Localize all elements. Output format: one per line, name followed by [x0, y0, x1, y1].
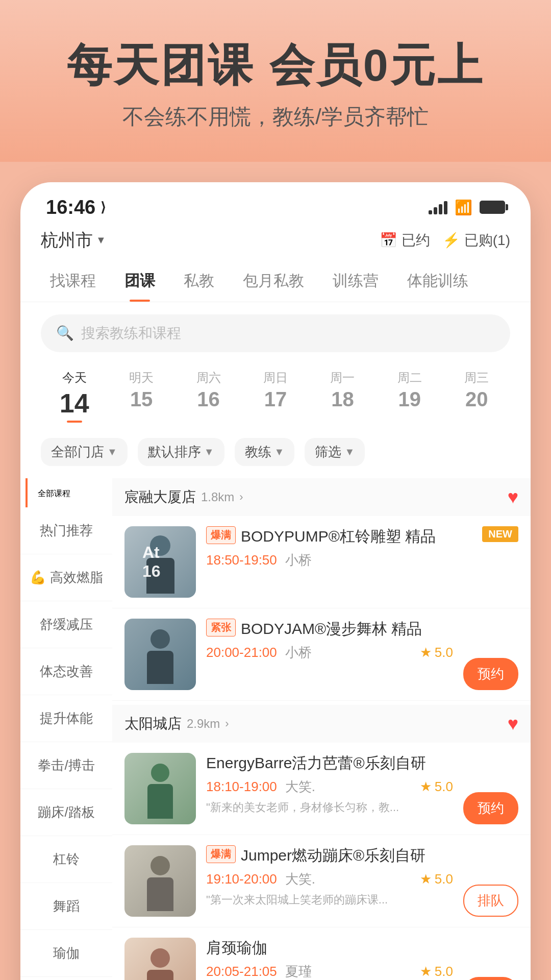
course-card-bodypump: At 16 爆满 BODYPUMP®杠铃雕塑 精品 NEW 18:50-19:5… — [112, 516, 531, 608]
category-trampoline[interactable]: 蹦床/踏板 — [20, 789, 112, 836]
date-num-tue: 19 — [376, 388, 443, 411]
category-header: 全部课程 — [26, 478, 112, 507]
gym-header-1[interactable]: 宸融大厦店 1.8km › ♥ — [112, 478, 531, 516]
tab-training-camp[interactable]: 训练营 — [318, 262, 393, 302]
favorite-icon-2[interactable]: ♥ — [508, 713, 518, 734]
category-fat-burn[interactable]: 💪 高效燃脂 — [20, 554, 112, 601]
course-card-yoga: 肩颈瑜伽 20:05-21:05 夏瑾 ★ 5.0 预约 — [112, 927, 531, 980]
course-card-jumper: 爆满 Jumper燃动蹦床®乐刻自研 19:10-20:00 大笑. ★ 5.0… — [112, 835, 531, 927]
favorite-icon-1[interactable]: ♥ — [508, 486, 518, 508]
category-yoga[interactable]: 瑜伽 — [20, 930, 112, 977]
search-input[interactable]: 搜索教练和课程 — [81, 324, 181, 343]
course-time-row-5: 20:05-21:05 夏瑾 ★ 5.0 — [206, 963, 453, 980]
category-barbell[interactable]: 杠铃 — [20, 836, 112, 883]
filter-screen[interactable]: 筛选 ▼ — [305, 438, 365, 466]
date-item-tue[interactable]: 周二 19 — [376, 364, 443, 428]
trainer-photo-3 — [124, 753, 196, 824]
course-rating-5: ★ 5.0 — [420, 964, 453, 979]
course-list: 宸融大厦店 1.8km › ♥ At 16 — [112, 478, 531, 980]
header-actions: 📅 已约 ⚡ 已购(1) — [380, 231, 510, 250]
queue-button-jumper[interactable]: 排队 — [463, 885, 518, 917]
category-posture[interactable]: 体态改善 — [20, 648, 112, 695]
course-trainer-1: 小桥 — [285, 551, 312, 569]
course-trainer-3: 大笑. — [285, 778, 315, 796]
date-label-today: 今天 — [41, 370, 108, 386]
course-action-bodyjam: 预约 — [463, 658, 518, 690]
date-item-sun[interactable]: 周日 17 — [242, 364, 309, 428]
date-item-sat[interactable]: 周六 16 — [175, 364, 242, 428]
course-time-3: 18:10-19:00 — [206, 779, 277, 795]
reserve-button-bodyjam[interactable]: 预约 — [463, 658, 518, 690]
tab-group-class[interactable]: 团课 — [110, 262, 169, 302]
tab-monthly-pt[interactable]: 包月私教 — [229, 262, 318, 302]
category-dance[interactable]: 舞蹈 — [20, 883, 112, 930]
lightning-icon: ⚡ — [442, 232, 460, 249]
at16-label: At 16 — [142, 543, 178, 581]
date-num-sun: 17 — [242, 388, 309, 411]
reserve-button-yoga[interactable]: 预约 — [463, 977, 518, 980]
gym-header-2[interactable]: 太阳城店 2.9km › ♥ — [112, 705, 531, 743]
course-time-4: 19:10-20:00 — [206, 871, 277, 887]
date-label-tue: 周二 — [376, 370, 443, 386]
tab-personal-training[interactable]: 私教 — [169, 262, 229, 302]
course-time-row-1: 18:50-19:50 小桥 — [206, 551, 518, 569]
category-stress-relief[interactable]: 舒缓减压 — [20, 601, 112, 648]
tab-fitness-training[interactable]: 体能训练 — [393, 262, 483, 302]
course-info-jumper: 爆满 Jumper燃动蹦床®乐刻自研 19:10-20:00 大笑. ★ 5.0… — [206, 845, 453, 908]
calendar-icon: 📅 — [380, 232, 397, 249]
chevron-right-icon: › — [239, 491, 243, 504]
course-time-1: 18:50-19:50 — [206, 552, 277, 568]
gym-name-1: 宸融大厦店 — [124, 487, 196, 507]
filter-all-gyms[interactable]: 全部门店 ▼ — [41, 438, 128, 466]
phone-frame: 16:46 ⟩ 📶 杭州市 ▼ 📅 已约 ⚡ 已 — [20, 182, 531, 980]
course-trainer-5: 夏瑾 — [285, 963, 312, 980]
tab-find-courses[interactable]: 找课程 — [36, 262, 110, 302]
date-selector: 今天 14 明天 15 周六 16 周日 17 周一 18 周二 19 周三 2… — [20, 364, 531, 428]
date-item-tomorrow[interactable]: 明天 15 — [108, 364, 174, 428]
category-boxing[interactable]: 拳击/搏击 — [20, 742, 112, 789]
course-time-row-3: 18:10-19:00 大笑. ★ 5.0 — [206, 778, 453, 796]
filter-row: 全部门店 ▼ 默认排序 ▼ 教练 ▼ 筛选 ▼ — [20, 438, 531, 466]
city-selector[interactable]: 杭州市 ▼ — [41, 229, 106, 252]
course-tag-hot-1: 爆满 — [206, 526, 236, 544]
course-card-bodyjam: 紧张 BODYJAM®漫步舞林 精品 20:00-21:00 小桥 ★ 5.0 … — [112, 608, 531, 701]
city-name: 杭州市 — [41, 229, 93, 252]
category-fitness[interactable]: 提升体能 — [20, 695, 112, 742]
star-icon-3: ★ — [420, 779, 432, 795]
location-arrow-icon: ⟩ — [101, 200, 106, 215]
course-time-row-2: 20:00-21:00 小桥 ★ 5.0 — [206, 644, 453, 662]
date-item-today[interactable]: 今天 14 — [41, 364, 108, 428]
status-bar: 16:46 ⟩ 📶 — [20, 182, 531, 224]
nav-tabs: 找课程 团课 私教 包月私教 训练营 体能训练 — [20, 262, 531, 302]
course-time-2: 20:00-21:00 — [206, 645, 277, 660]
course-info-bodyjam: 紧张 BODYJAM®漫步舞林 精品 20:00-21:00 小桥 ★ 5.0 — [206, 619, 453, 666]
booked-button[interactable]: 📅 已约 — [380, 231, 430, 250]
filter-default-sort[interactable]: 默认排序 ▼ — [138, 438, 224, 466]
filter-trainer[interactable]: 教练 ▼ — [235, 438, 295, 466]
course-name-2: BODYJAM®漫步舞林 精品 — [241, 619, 422, 639]
gym-info-2: 太阳城店 2.9km › — [124, 714, 229, 733]
new-badge-1: NEW — [482, 526, 518, 542]
content-area: 全部课程 热门推荐 💪 高效燃脂 舒缓减压 体态改善 提升体能 拳击/搏击 蹦床… — [20, 478, 531, 980]
course-thumb-bodypump: At 16 — [124, 526, 196, 598]
purchased-button[interactable]: ⚡ 已购(1) — [442, 231, 510, 250]
date-num-today: 14 — [41, 388, 108, 419]
date-item-wed[interactable]: 周三 20 — [443, 364, 510, 428]
date-label-tomorrow: 明天 — [108, 370, 174, 386]
date-label-mon: 周一 — [309, 370, 376, 386]
course-trainer-2: 小桥 — [285, 644, 312, 662]
reserve-button-energybarre[interactable]: 预约 — [463, 792, 518, 824]
date-num-sat: 16 — [175, 388, 242, 411]
chevron-down-icon-3: ▼ — [274, 446, 285, 458]
date-num-tomorrow: 15 — [108, 388, 174, 411]
date-num-mon: 18 — [309, 388, 376, 411]
chevron-down-icon-2: ▼ — [204, 446, 214, 458]
course-title-row-1: 爆满 BODYPUMP®杠铃雕塑 精品 NEW — [206, 526, 518, 546]
course-rating-4: ★ 5.0 — [420, 871, 453, 887]
search-bar[interactable]: 🔍 搜索教练和课程 — [41, 314, 510, 352]
battery-icon — [480, 201, 505, 214]
date-item-mon[interactable]: 周一 18 — [309, 364, 376, 428]
category-hot-recommend[interactable]: 热门推荐 — [20, 507, 112, 554]
date-label-sat: 周六 — [175, 370, 242, 386]
category-header-text: 全部课程 — [38, 488, 70, 499]
